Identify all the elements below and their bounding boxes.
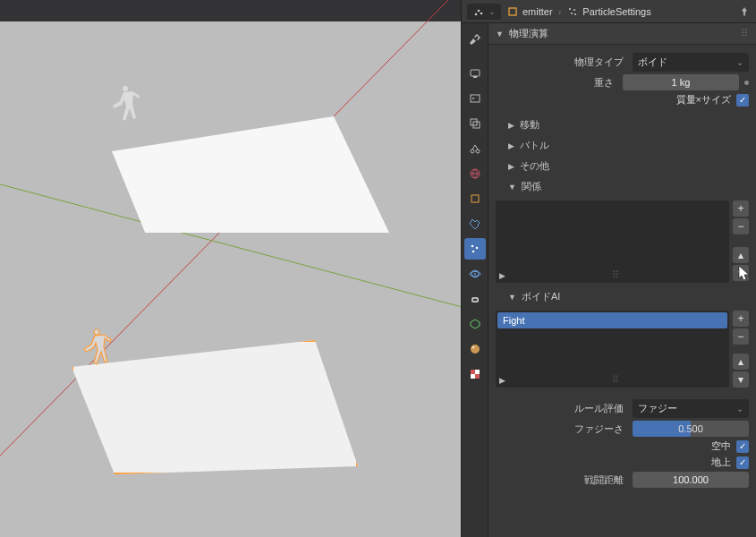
keyframe-dot-icon[interactable]	[744, 81, 749, 85]
remove-relation-button[interactable]: −	[733, 218, 749, 234]
subpanel-boid-ai[interactable]: ▼ ボイドAI	[488, 286, 756, 307]
disclosure-right-icon[interactable]: ▶	[499, 376, 505, 385]
pin-icon[interactable]	[738, 5, 751, 18]
svg-rect-30	[471, 374, 475, 379]
svg-rect-10	[471, 70, 480, 76]
tab-output[interactable]	[464, 88, 486, 109]
label-on-land: 地上	[711, 456, 731, 469]
editor-type-selector[interactable]: ⌄	[467, 4, 501, 20]
tab-texture[interactable]	[464, 363, 486, 385]
subpanel-boid-ai-label: ボイドAI	[522, 290, 560, 303]
disclosure-down-icon: ▼	[496, 30, 504, 38]
breadcrumb-sep-icon: ›	[558, 6, 562, 17]
dropdown-rule-eval[interactable]: ファジー	[633, 399, 749, 418]
disclosure-right-icon: ▶	[508, 141, 514, 150]
particle-settings-name: ParticleSettings	[582, 6, 650, 17]
label-rule-eval: ルール評価	[496, 402, 627, 415]
svg-point-8	[571, 13, 573, 14]
checkbox-mass-x-size[interactable]: ✓	[736, 94, 749, 107]
disclosure-right-icon: ▶	[508, 162, 514, 171]
add-relation-button[interactable]: +	[733, 200, 749, 217]
dropdown-rule-eval-value: ファジー	[638, 402, 677, 415]
panel-header-physics[interactable]: ▼ 物理演算 ⠿	[488, 23, 756, 45]
tab-world[interactable]	[464, 163, 486, 184]
tab-material[interactable]	[464, 338, 486, 360]
tab-physics[interactable]	[464, 263, 486, 285]
drag-handle-icon[interactable]: ⠿	[741, 28, 749, 39]
object-datablock[interactable]: emitter	[506, 5, 553, 18]
tab-scene[interactable]	[464, 138, 486, 159]
label-fuzziness: ファジーさ	[496, 422, 627, 436]
svg-point-22	[471, 251, 474, 253]
subpanel-relation-label: 関係	[522, 180, 541, 193]
svg-point-17	[476, 149, 480, 153]
resize-handle-icon[interactable]: ⠿	[612, 269, 619, 281]
object-icon	[506, 5, 519, 18]
tab-data[interactable]	[464, 313, 486, 335]
tab-particles[interactable]	[464, 238, 486, 260]
slider-fuzziness[interactable]: 0.500	[633, 421, 749, 437]
armature-figure-selected[interactable]	[79, 324, 115, 378]
particle-settings-datablock[interactable]: ParticleSettings	[566, 5, 650, 18]
add-rule-button[interactable]: +	[733, 311, 749, 327]
mouse-cursor-icon	[738, 265, 751, 281]
tab-object[interactable]	[464, 188, 486, 209]
disclosure-right-icon[interactable]: ▶	[499, 271, 505, 280]
remove-rule-button[interactable]: −	[733, 328, 749, 345]
tab-tool[interactable]	[464, 29, 486, 50]
label-physics-type: 物理タイプ	[496, 55, 627, 69]
label-combat-dist: 戦闘距離	[496, 473, 627, 487]
label-mass-x-size: 質量×サイズ	[676, 93, 731, 107]
object-name: emitter	[522, 6, 553, 17]
subpanel-battle[interactable]: ▶ バトル	[488, 135, 756, 156]
dropdown-physics-type[interactable]: ボイド	[633, 53, 749, 72]
svg-point-24	[474, 273, 476, 275]
armature-figure-1[interactable]	[107, 81, 143, 134]
subpanel-movement-label: 移動	[520, 118, 539, 132]
svg-rect-31	[475, 374, 480, 379]
svg-rect-12	[471, 95, 480, 102]
tab-modifier[interactable]	[464, 213, 486, 234]
tab-constraint[interactable]	[464, 288, 486, 310]
properties-panel[interactable]: ▼ 物理演算 ⠿ 物理タイプ ボイド 重さ 1 kg	[488, 23, 756, 537]
disclosure-right-icon: ▶	[508, 121, 514, 130]
svg-point-6	[569, 8, 571, 10]
disclosure-down-icon: ▼	[508, 183, 516, 192]
checkbox-on-land[interactable]: ✓	[736, 456, 749, 469]
boid-rule-item-fight[interactable]: Fight	[497, 312, 727, 328]
tab-render[interactable]	[464, 63, 486, 84]
boid-rule-listbox[interactable]: Fight ▶ ⠿	[496, 311, 729, 388]
subpanel-battle-label: バトル	[520, 139, 549, 152]
tab-viewlayer[interactable]	[464, 113, 486, 134]
chevron-down-icon: ⌄	[488, 7, 496, 16]
field-combat-dist[interactable]: 100.000	[633, 472, 749, 488]
svg-point-2	[475, 13, 478, 15]
subpanel-other-label: その他	[520, 159, 549, 173]
field-mass[interactable]: 1 kg	[623, 74, 739, 90]
particle-settings-icon	[566, 5, 579, 18]
svg-point-9	[574, 13, 576, 15]
svg-point-26	[471, 345, 480, 354]
svg-rect-19	[471, 195, 479, 202]
checkbox-in-air[interactable]: ✓	[736, 440, 749, 453]
relation-listbox[interactable]: ▶ ⠿	[496, 200, 729, 283]
svg-point-16	[471, 149, 474, 153]
3d-viewport[interactable]	[0, 0, 461, 537]
resize-handle-icon[interactable]: ⠿	[612, 374, 619, 386]
svg-point-3	[478, 9, 480, 12]
svg-rect-5	[509, 8, 516, 15]
subpanel-movement[interactable]: ▶ 移動	[488, 115, 756, 135]
svg-rect-29	[475, 370, 480, 374]
subpanel-other[interactable]: ▶ その他	[488, 156, 756, 176]
move-rule-down-button[interactable]: ▾	[733, 371, 749, 388]
svg-point-20	[471, 245, 473, 248]
label-mass: 重さ	[496, 76, 617, 90]
svg-point-21	[475, 247, 478, 250]
move-rule-up-button[interactable]: ▴	[733, 354, 749, 370]
label-in-air: 空中	[711, 439, 731, 453]
subpanel-relation[interactable]: ▼ 関係	[488, 176, 756, 197]
properties-editor: ⌄ emitter › ParticleSettings	[461, 0, 756, 537]
svg-point-7	[573, 9, 575, 11]
disclosure-down-icon: ▼	[508, 293, 516, 302]
move-up-button[interactable]: ▴	[733, 247, 749, 263]
